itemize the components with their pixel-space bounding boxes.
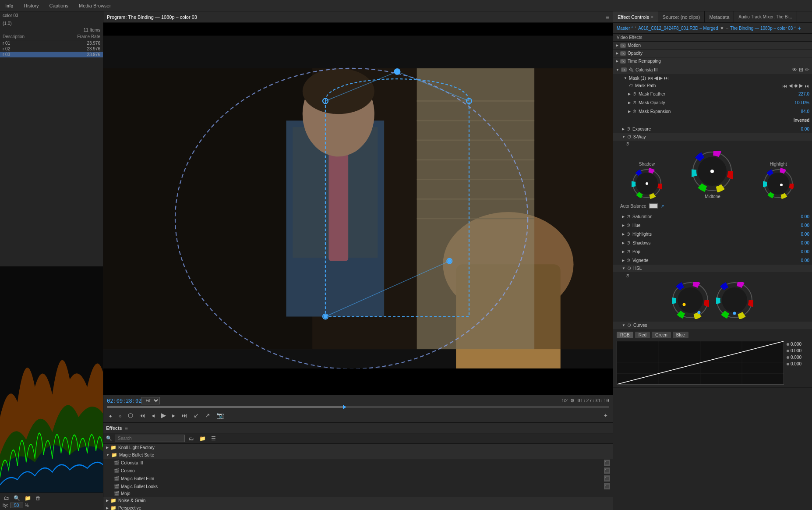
auto-balance-arrow[interactable]: ↗ [660,204,664,209]
triangle-right-icon[interactable]: ▶ [622,250,625,254]
effect-item-mblooks[interactable]: 🎬 Magic Bullet Looks ⬛ [103,482,613,490]
triangle-right-icon[interactable]: ▶ [622,241,625,245]
breadcrumb-master[interactable]: Master * [617,26,633,31]
triangle-right-icon[interactable]: ▶ [622,215,625,219]
list-item[interactable]: r 03 23.976 [0,52,103,57]
tab-audio-mixer[interactable]: Audio Track Mixer: The Bi... [734,11,797,22]
eye-icon[interactable]: 👁 [792,67,797,73]
settings-icon[interactable]: ⊞ [799,67,803,73]
monitor-menu-btn[interactable]: ≡ [606,14,609,21]
nav-next-next[interactable]: ⏭ [805,83,809,89]
tab-menu-icon[interactable]: ≡ [651,14,653,19]
step-back-btn[interactable]: ◂ [150,411,156,420]
mask-opacity-value[interactable]: 100.0% [787,100,809,105]
tab-media-browser[interactable]: Media Browser [74,0,116,11]
bin-btn[interactable]: 🗂 [3,495,11,502]
effect-section-colorista-header[interactable]: ▼ fx 🔌 Colorista III 👁 ⊞ ✏ [613,65,812,74]
mask-feather-value[interactable]: 227.0 [787,92,809,96]
mask-nav-prev[interactable]: ◀ [654,75,658,81]
auto-balance-swatch[interactable] [649,203,658,209]
effect-section-opacity-header[interactable]: ▶ fx Opacity [613,50,812,57]
nav-prev-prev[interactable]: ⏮ [782,83,787,89]
tab-info[interactable]: Info [0,0,18,11]
saturation-value[interactable]: 0.00 [787,214,809,219]
mask-section-header[interactable]: ▼ Mask (1) ⏮ ◀ ▶ ⏭ [613,74,812,82]
add-btn[interactable]: + [602,411,609,420]
effect-item-mbfilm[interactable]: 🎬 Magic Bullet Film ⬛ [103,475,613,482]
triangle-right-icon[interactable]: ▶ [622,232,625,236]
opacity-input[interactable]: 50 [10,503,23,508]
effect-section-time-header[interactable]: ▶ fx Time Remapping [613,57,812,65]
insert-btn[interactable]: ↙ [192,411,201,420]
curves-btn-blue[interactable]: Blue [673,332,688,338]
triangle-right-icon[interactable]: ▶ [622,259,625,262]
tab-effect-controls[interactable]: Effect Controls ≡ [613,11,658,22]
tab-metadata[interactable]: Metadata [705,11,734,22]
tab-captions[interactable]: Captions [44,0,74,11]
new-bin-btn[interactable]: 🗂 [187,435,195,442]
search-input[interactable] [115,435,185,442]
mask-expansion-value[interactable]: 84.0 [787,109,809,114]
mask-nav-prev-prev[interactable]: ⏮ [648,75,653,81]
mask-nav-next[interactable]: ▶ [659,75,663,81]
effect-item-cosmo[interactable]: 🎬 Cosmo ⬛ [103,467,613,475]
effect-item-colorista[interactable]: 🎬 Colorista III ⬛ [103,459,613,467]
highlights-value[interactable]: 0.00 [787,232,809,237]
mark-clip-btn[interactable]: ⬡ [126,411,135,420]
triangle-right-icon[interactable]: ▶ [628,110,631,113]
playback-bar[interactable] [107,406,609,408]
mark-in-btn[interactable]: ⬥ [107,411,114,420]
play-btn[interactable]: ▶ [159,410,168,420]
curves-btn-green[interactable]: Green [652,332,671,338]
tab-history[interactable]: History [18,0,44,11]
effects-group-header[interactable]: ▶ 📁 Knoll Light Factory [103,444,613,451]
shadows-value[interactable]: 0.00 [787,241,809,245]
curves-header[interactable]: ▼ ⏱ Curves [613,322,812,329]
exposure-value[interactable]: 0.00 [787,127,809,131]
go-to-out-btn[interactable]: ⏭ [180,411,189,420]
tab-source[interactable]: Source: (no clips) [658,11,705,22]
breadcrumb-dropdown-icon[interactable]: ▼ [720,26,724,31]
step-fwd-btn[interactable]: ▸ [170,411,177,420]
effects-group-header[interactable]: ▶ 📁 Noise & Grain [103,497,613,504]
triangle-right-icon[interactable]: ▶ [622,127,625,131]
breadcrumb-sequence[interactable]: The Binding — 1080p – color 03 * [730,26,796,31]
triangle-right-icon[interactable]: ▶ [628,101,631,105]
triangle-right-icon[interactable]: ▶ [622,223,625,227]
curves-btn-red[interactable]: Red [635,332,650,338]
fit-dropdown[interactable]: Fit [141,397,160,404]
mark-out-btn[interactable]: ⬦ [117,411,124,420]
nav-next[interactable]: ▶ [799,83,803,89]
breadcrumb-clip[interactable]: A018_C012_0424F8_001.R3D – Merged [638,26,718,31]
list-item[interactable]: r 01 23.976 [0,40,103,46]
search-btn[interactable]: 🔍 [12,495,21,502]
effects-group-mbs-header[interactable]: ▼ 📁 Magic Bullet Suite [103,451,613,459]
nav-add[interactable]: ◆ [794,83,798,89]
effect-item-mojo[interactable]: 🎬 Mojo [103,490,613,497]
edit-icon[interactable]: ✏ [805,67,809,73]
overwrite-btn[interactable]: ↗ [203,411,212,420]
curves-btn-rgb[interactable]: RGB [617,332,633,338]
hue-value[interactable]: 0.00 [787,223,809,228]
effects-group-header[interactable]: ▶ 📁 Perspective [103,504,613,510]
vignette-value[interactable]: 0.00 [787,258,809,263]
header-frame-rate: Frame Rate [74,34,100,39]
folder-btn[interactable]: 📁 [23,495,32,502]
nav-prev[interactable]: ◀ [789,83,792,89]
three-way-header[interactable]: ▼ ⏱ 3-Way [613,133,812,141]
breadcrumb-add[interactable]: + [798,25,801,32]
curves-graph[interactable] [617,341,784,385]
lift-btn[interactable]: 📷 [215,411,226,420]
list-item[interactable]: r 02 23.976 [0,46,103,52]
pop-value[interactable]: 0.00 [787,249,809,254]
video-effects-label: Video Effects [613,34,812,42]
triangle-right-icon[interactable]: ▶ [628,92,631,96]
mask-nav-next-next[interactable]: ⏭ [664,75,669,81]
go-to-in-btn[interactable]: ⏮ [138,411,147,420]
hsl-header[interactable]: ▼ ⏱ HSL [613,265,812,272]
new-folder-btn[interactable]: 📁 [198,435,207,442]
effects-menu-btn[interactable]: ≡ [125,425,128,431]
list-view-btn[interactable]: ☰ [210,435,217,442]
effect-section-motion-header[interactable]: ▶ fx Motion [613,42,812,49]
delete-btn[interactable]: 🗑 [34,495,42,502]
